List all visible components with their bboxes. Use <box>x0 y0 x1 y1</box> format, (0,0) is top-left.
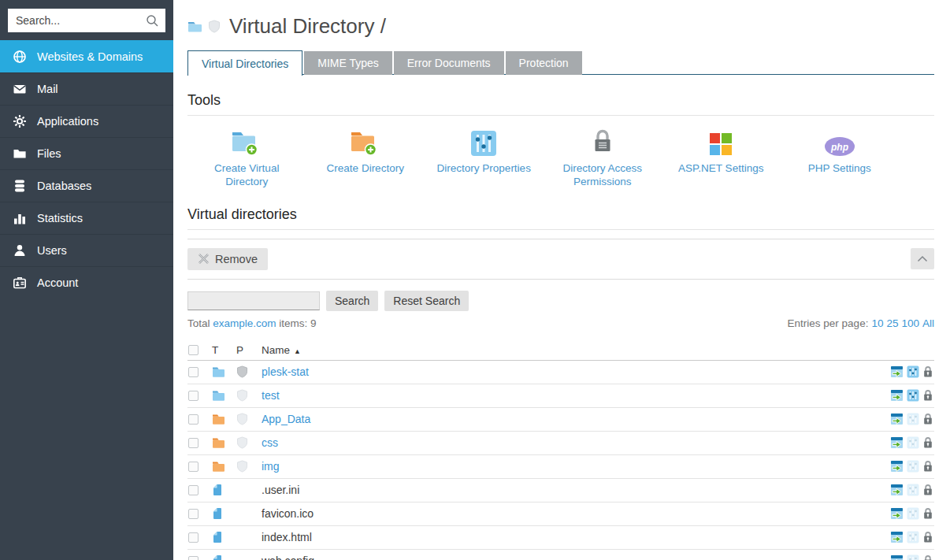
sidebar-item-statistics[interactable]: Statistics <box>0 202 173 234</box>
collapse-toolbar-button[interactable] <box>911 248 934 269</box>
permissions-lock-icon[interactable] <box>922 531 933 543</box>
php-icon: php <box>824 127 855 157</box>
folder-icon <box>212 414 225 425</box>
table-row: plesk-stat <box>187 361 934 384</box>
row-checkbox[interactable] <box>188 391 199 401</box>
tool-directory-access-permissions[interactable]: Directory Access Permissions <box>544 127 662 189</box>
sidebar-item-applications[interactable]: Applications <box>0 105 173 137</box>
file-icon <box>212 531 223 543</box>
tool-php-settings[interactable]: phpPHP Settings <box>781 127 900 189</box>
page-title: Virtual Directory / <box>229 14 386 39</box>
sidebar-item-label: Databases <box>37 180 91 192</box>
properties-icon <box>907 554 919 560</box>
folder-icon <box>212 437 225 449</box>
file-icon <box>212 554 223 560</box>
sidebar-item-databases[interactable]: Databases <box>0 169 173 202</box>
gear-icon <box>13 114 27 128</box>
open-icon[interactable] <box>890 531 904 543</box>
tool-directory-properties[interactable]: Directory Properties <box>425 127 544 189</box>
open-icon[interactable] <box>890 554 904 560</box>
row-name-link[interactable]: img <box>262 460 280 473</box>
table-row: img <box>187 455 934 479</box>
protection-shield-icon <box>236 365 248 378</box>
row-name-link[interactable]: css <box>262 436 278 449</box>
tool-asp-net-settings[interactable]: ASP.NET Settings <box>662 127 781 189</box>
row-name: index.html <box>262 531 312 543</box>
open-icon[interactable] <box>890 507 904 520</box>
reset-search-button[interactable]: Reset Search <box>384 291 469 311</box>
sidebar-item-users[interactable]: Users <box>0 234 173 266</box>
total-suffix: items: 9 <box>279 317 316 329</box>
open-icon[interactable] <box>890 389 904 402</box>
lock-icon <box>591 127 614 157</box>
permissions-lock-icon[interactable] <box>922 507 933 520</box>
caret-up-icon: ▲ <box>294 347 301 355</box>
folder-plus-blue-icon <box>230 127 263 157</box>
protection-shield-icon <box>236 436 248 449</box>
row-checkbox[interactable] <box>188 556 199 560</box>
tool-label: Create Virtual Directory <box>191 162 302 189</box>
row-name-link[interactable]: plesk-stat <box>262 365 309 378</box>
row-name-link[interactable]: App_Data <box>262 413 310 425</box>
properties-icon[interactable] <box>907 365 919 378</box>
row-checkbox[interactable] <box>188 532 199 543</box>
tools-heading: Tools <box>187 92 934 116</box>
permissions-lock-icon[interactable] <box>922 413 933 425</box>
sidebar-item-websites-domains[interactable]: Websites & Domains <box>0 40 173 72</box>
permissions-lock-icon[interactable] <box>922 460 933 473</box>
row-checkbox[interactable] <box>188 367 199 377</box>
search-icon[interactable] <box>146 14 159 28</box>
open-icon[interactable] <box>890 460 904 473</box>
entries-option-25[interactable]: 25 <box>886 317 898 329</box>
tab-virtual-directories[interactable]: Virtual Directories <box>187 50 302 76</box>
tool-create-directory[interactable]: Create Directory <box>306 127 425 189</box>
column-protection[interactable]: P <box>236 344 262 356</box>
domain-link[interactable]: example.com <box>213 317 276 329</box>
row-checkbox[interactable] <box>188 438 199 448</box>
list-search-input[interactable] <box>187 291 320 310</box>
tab-protection[interactable]: Protection <box>506 51 582 75</box>
row-checkbox[interactable] <box>188 462 199 472</box>
total-items: Total example.com items: 9 <box>187 317 317 329</box>
table-row: index.html <box>187 526 934 550</box>
permissions-lock-icon[interactable] <box>922 436 933 449</box>
row-checkbox[interactable] <box>188 485 199 495</box>
column-name[interactable]: Name▲ <box>262 344 878 356</box>
tab-error-documents[interactable]: Error Documents <box>394 51 504 75</box>
properties-icon[interactable] <box>907 389 919 402</box>
open-icon[interactable] <box>890 484 904 496</box>
sidebar-item-label: Users <box>37 244 67 257</box>
app: Websites & DomainsMailApplicationsFilesD… <box>0 0 950 560</box>
entries-option-all[interactable]: All <box>922 317 934 329</box>
column-type[interactable]: T <box>212 344 236 356</box>
row-checkbox[interactable] <box>188 509 199 519</box>
tool-create-virtual-directory[interactable]: Create Virtual Directory <box>187 127 306 189</box>
select-all-checkbox[interactable] <box>188 345 199 355</box>
tool-label: Create Directory <box>327 162 404 176</box>
sidebar-item-files[interactable]: Files <box>0 137 173 169</box>
table-row: .user.ini <box>187 479 934 503</box>
permissions-lock-icon[interactable] <box>922 554 933 560</box>
entries-option-100[interactable]: 100 <box>901 317 919 329</box>
sidebar-item-mail[interactable]: Mail <box>0 72 173 105</box>
search-input[interactable] <box>16 14 146 27</box>
open-icon[interactable] <box>890 413 904 425</box>
total-prefix: Total <box>187 317 210 329</box>
remove-button-label: Remove <box>215 253 258 265</box>
permissions-lock-icon[interactable] <box>922 484 933 496</box>
remove-button[interactable]: Remove <box>187 248 268 270</box>
tab-mime-types[interactable]: MIME Types <box>304 51 392 75</box>
entries-option-10[interactable]: 10 <box>871 317 883 329</box>
open-icon[interactable] <box>890 365 904 378</box>
open-icon[interactable] <box>890 436 904 449</box>
row-name-link[interactable]: test <box>262 389 280 402</box>
breadcrumb: Virtual Directory / <box>187 14 934 39</box>
sidebar-item-label: Applications <box>37 115 98 128</box>
properties-icon <box>907 460 919 473</box>
sidebar-item-account[interactable]: Account <box>0 266 173 299</box>
list-search-button[interactable]: Search <box>326 291 378 311</box>
permissions-lock-icon[interactable] <box>922 389 933 402</box>
sidebar-search-box <box>8 9 165 32</box>
row-checkbox[interactable] <box>188 414 199 425</box>
permissions-lock-icon[interactable] <box>922 365 933 378</box>
